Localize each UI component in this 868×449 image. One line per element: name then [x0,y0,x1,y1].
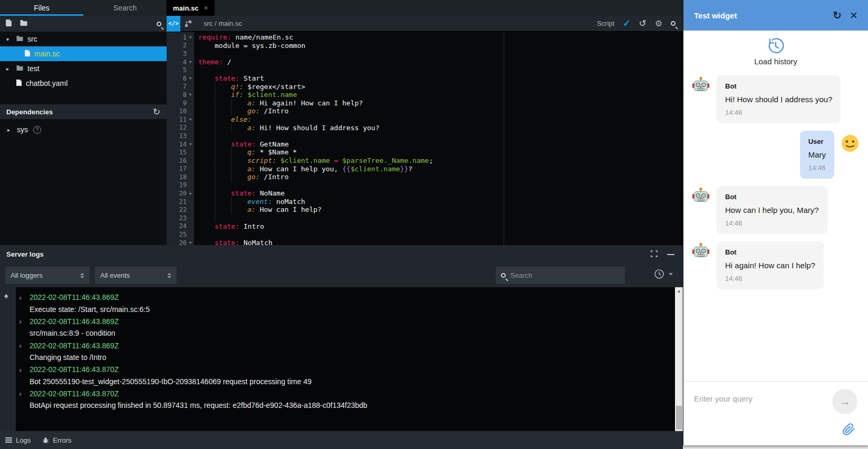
events-filter-select[interactable]: All events [95,267,177,284]
gutter-line: 8▾ [167,91,194,99]
indent-guide [215,115,231,124]
indent-guide [231,99,247,108]
widget-input-area: → [683,381,868,445]
scroll-up-icon[interactable]: ▲ [675,287,683,294]
fold-arrow-icon[interactable]: ▾ [187,92,194,97]
editor-tab-bar: main.sc × [167,0,683,16]
log-entry-header[interactable]: ›2022-02-08T11:46:43.870Z [19,387,675,399]
code-token: a: [247,124,256,132]
sidebar-search-icon[interactable] [157,22,161,26]
indent-guide [198,83,215,91]
fold-arrow-icon[interactable]: ▾ [187,76,194,81]
log-entry-header[interactable]: ›2022-02-08T11:46:43.869Z [19,339,675,352]
status-errors-label: Errors [53,436,71,444]
status-logs-button[interactable]: Logs [5,436,31,444]
line-number: 21 [179,198,187,206]
indent-guide [198,198,215,206]
log-entries[interactable]: ›2022-02-08T11:46:43.869ZExecute state: … [16,287,675,431]
add-folder-icon[interactable] [20,19,28,28]
time-filter-button[interactable] [654,269,673,279]
tree-folder-test[interactable]: ▸test [0,61,167,76]
tree-file-chatbot.yaml[interactable]: chatbot.yaml [0,76,167,91]
fold-arrow-icon[interactable]: ▾ [187,60,194,64]
chevron-down-icon[interactable]: ▾ [6,36,16,42]
code-line: q: * $Name * [198,148,683,157]
chevron-expand-icon[interactable]: › [19,317,25,326]
chevron-expand-icon[interactable]: › [19,389,25,398]
test-widget: Test widget ↻ × Load history BotHi! How … [683,0,868,445]
chat-bubble-bot: BotHi! How should I address you?14:46 [717,75,841,123]
load-history-button[interactable]: Load history [692,37,860,66]
code-view-button[interactable]: </> [167,16,180,32]
log-timestamp: 2022-02-08T11:46:43.869Z [30,341,119,350]
fold-arrow-icon[interactable]: ▾ [187,240,194,245]
chevron-right-icon[interactable]: ▸ [6,66,16,72]
help-icon[interactable]: ? [33,126,41,134]
validate-check-icon[interactable]: ✓ [623,18,630,29]
chevron-right-icon[interactable]: ▸ [7,127,17,133]
log-scrollbar[interactable]: ▲ [675,287,683,431]
code-token: state: [215,239,239,245]
gutter-line: 1▾ [167,33,194,42]
file-icon [16,79,22,88]
line-number: 12 [179,124,187,131]
tab-search[interactable]: Search [83,0,167,16]
tree-file-main.sc[interactable]: main.sc [0,46,167,61]
editor-search-icon[interactable] [671,21,676,26]
add-file-icon[interactable] [5,19,12,29]
graph-view-button[interactable] [180,16,196,32]
gutter-line: 14▾ [167,140,194,149]
fold-arrow-icon[interactable]: ▾ [187,142,194,147]
chevron-expand-icon[interactable]: › [19,293,25,302]
fold-arrow-icon[interactable]: ▾ [187,35,194,40]
code-token: ? [408,165,412,173]
editor-pane: main.sc × </> src / main.sc Script ✓ ↺ ⚙… [167,0,683,245]
line-number: 7 [183,83,187,90]
log-entry-header[interactable]: ›2022-02-08T11:46:43.869Z [19,291,675,304]
log-entry-header[interactable]: ›2022-02-08T11:46:43.870Z [19,364,675,376]
dependencies-refresh-icon[interactable]: ↻ [153,106,160,118]
tab-files[interactable]: Files [0,0,83,16]
minimize-icon[interactable] [667,254,674,255]
indent-guide [198,206,215,214]
code-line [198,181,683,190]
indent-guide [215,91,231,99]
widget-close-icon[interactable]: × [850,9,857,22]
scrollbar-thumb[interactable] [676,406,682,430]
attach-paperclip-icon[interactable] [842,423,855,438]
gutter-line: 18 [167,173,194,181]
search-icon [501,273,506,278]
indent-guide [198,91,215,99]
line-number: 16 [179,157,187,164]
chat-bubble-bot: BotHow can I help you, Mary?14:46 [717,186,827,234]
log-message: src/main.sc:8:9 - condition [19,327,675,339]
gutter-line: 5 [167,66,194,74]
log-search-box[interactable] [496,267,625,284]
editor-code[interactable]: require: name/nameEn.scmodule = sys.zb-c… [194,32,683,245]
log-search-input[interactable] [510,271,605,279]
fold-arrow-icon[interactable]: ▾ [187,117,194,122]
dependency-item-sys[interactable]: ▸ sys ? [0,122,167,137]
close-tab-icon[interactable]: × [204,4,208,12]
breadcrumb: src / main.sc [204,19,242,27]
line-number: 6 [183,75,187,82]
query-input[interactable] [694,394,810,403]
chevron-expand-icon[interactable]: › [19,341,25,350]
widget-refresh-icon[interactable]: ↻ [833,9,842,22]
indent-guide [215,206,231,214]
expand-fullscreen-icon[interactable] [651,250,658,259]
code-token: require: [198,33,232,41]
send-button[interactable]: → [832,389,857,414]
status-errors-button[interactable]: Errors [42,436,71,444]
editor-tab-main-sc[interactable]: main.sc × [167,0,215,16]
chevron-expand-icon[interactable]: › [19,365,25,374]
tree-folder-src[interactable]: ▾src [0,32,167,46]
chat-area[interactable]: Load history BotHi! How should I address… [683,31,868,381]
fold-arrow-icon[interactable]: ▾ [187,191,194,196]
undo-icon[interactable]: ↺ [639,18,646,29]
scroll-pin-icon[interactable]: ♠ [4,291,8,300]
gear-icon[interactable]: ⚙ [655,18,662,28]
code-editor[interactable]: 1▾234▾56▾78▾91011▾121314▾151617181920▾21… [167,32,683,245]
loggers-filter-select[interactable]: All loggers [5,267,90,284]
log-entry-header[interactable]: ›2022-02-08T11:46:43.869Z [19,316,675,328]
